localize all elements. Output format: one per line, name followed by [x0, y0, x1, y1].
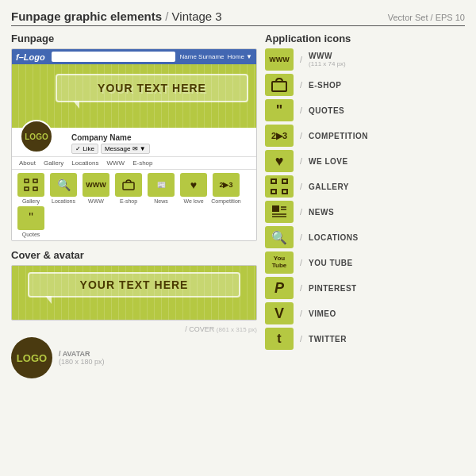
- cover-size: (861 x 315 px): [217, 326, 257, 333]
- fb-nav: Name Surname Home ▼: [179, 53, 252, 60]
- fb-cover-text: YOUR TEXT HERE: [63, 82, 240, 94]
- icon-row-eshop: / E-SHOP: [265, 74, 465, 96]
- icon-quotes-label: QUOTES: [309, 106, 344, 115]
- fb-tab-eshop[interactable]: E-shop: [129, 159, 155, 167]
- fb-apps: Gallery 🔍 Locations WWW WWW E-sh: [12, 170, 256, 240]
- fb-like-btn[interactable]: ✓ Like: [71, 144, 98, 154]
- avatar-size: (180 x 180 px): [59, 358, 105, 366]
- cover-mockup: YOUR TEXT HERE: [11, 265, 257, 321]
- funpage-section-title: Funpage: [11, 33, 257, 44]
- cover-label: / COVER (861 x 315 px): [11, 325, 257, 333]
- app-locations-icon: 🔍: [50, 173, 77, 197]
- svg-rect-6: [271, 179, 276, 183]
- icon-www-size: (111 x 74 px): [309, 60, 346, 67]
- fb-avatar-area: LOGO Company Name ✓ Like Message ✉ ▼: [12, 128, 256, 157]
- icon-eshop: [265, 74, 294, 96]
- app-icons-title: Application icons: [265, 33, 465, 44]
- app-competition-label: Competition: [211, 198, 241, 204]
- right-column: Application icons WWW / WWW (111 x 74 px…: [265, 33, 465, 378]
- icon-twitter: t: [265, 328, 294, 350]
- fb-speech-bubble: YOUR TEXT HERE: [56, 74, 248, 102]
- fb-name: Name Surname: [179, 53, 224, 60]
- icon-pinterest-label: PINTEREST: [309, 284, 357, 293]
- cover-text: YOUR TEXT HERE: [34, 278, 234, 291]
- fb-logo: f–Logo: [16, 52, 45, 62]
- icon-www-label-wrap: WWW (111 x 74 px): [309, 52, 346, 67]
- app-welove[interactable]: ♥ We love: [178, 173, 209, 204]
- fb-company-name: Company Name: [71, 133, 252, 142]
- icon-eshop-label: E-SHOP: [309, 81, 341, 90]
- icon-row-youtube: YouTube / YOU TUBE: [265, 251, 465, 274]
- app-news[interactable]: 📰 News: [146, 173, 176, 204]
- icon-welove-label: WE LOVE: [309, 157, 348, 166]
- app-welove-icon: ♥: [180, 173, 207, 197]
- app-eshop[interactable]: E-shop: [113, 173, 144, 204]
- app-gallery[interactable]: Gallery: [16, 173, 46, 204]
- icon-www-label: WWW: [309, 52, 346, 60]
- app-competition-icon: 2▶3: [213, 173, 240, 197]
- icon-twitter-label: TWITTER: [309, 335, 347, 344]
- icon-welove: ♥: [265, 150, 294, 172]
- icon-row-locations: 🔍 / LOCATIONS: [265, 226, 465, 248]
- svg-rect-8: [271, 190, 276, 194]
- icon-row-www: WWW / WWW (111 x 74 px): [265, 48, 465, 71]
- icon-row-welove: ♥ / WE LOVE: [265, 150, 465, 172]
- fb-actions: ✓ Like Message ✉ ▼: [71, 144, 252, 154]
- icon-locations: 🔍: [265, 226, 294, 248]
- icon-news-label: NEWS: [309, 208, 334, 217]
- icon-row-gallery: / GALLERY: [265, 175, 465, 198]
- fb-home[interactable]: Home ▼: [228, 53, 252, 60]
- app-icons-list: WWW / WWW (111 x 74 px) / E-SHOP: [265, 48, 465, 350]
- app-competition[interactable]: 2▶3 Competition: [211, 173, 241, 204]
- app-welove-label: We love: [178, 198, 209, 204]
- svg-rect-10: [272, 205, 279, 212]
- fb-tabs: About Gallery Locations WWW E-shop: [12, 157, 256, 170]
- icon-row-quotes: " / QUOTES: [265, 99, 465, 121]
- fb-cover: YOUR TEXT HERE: [12, 64, 256, 128]
- icon-row-news: / NEWS: [265, 201, 465, 223]
- title-slash: /: [165, 10, 168, 23]
- fb-topbar: f–Logo Name Surname Home ▼: [12, 49, 256, 64]
- facebook-mockup: f–Logo Name Surname Home ▼ YOUR TEXT HER…: [11, 48, 257, 241]
- fb-tab-www[interactable]: WWW: [104, 159, 129, 167]
- app-gallery-icon: [17, 173, 44, 197]
- app-locations[interactable]: 🔍 Locations: [48, 173, 79, 204]
- app-www[interactable]: WWW WWW: [81, 173, 111, 204]
- icon-locations-label: LOCATIONS: [309, 233, 359, 242]
- slash-competition: /: [300, 131, 302, 140]
- slash-news: /: [300, 207, 302, 217]
- fb-tab-locations[interactable]: Locations: [68, 159, 102, 167]
- fb-message-btn[interactable]: Message ✉ ▼: [101, 144, 150, 154]
- app-www-icon: WWW: [83, 173, 109, 197]
- svg-rect-0: [25, 179, 29, 182]
- slash-welove: /: [300, 156, 302, 166]
- svg-rect-3: [33, 187, 37, 190]
- cover-label-slash: / COVER: [185, 325, 214, 333]
- app-locations-label: Locations: [48, 198, 79, 204]
- icon-row-twitter: t / TWITTER: [265, 328, 465, 350]
- left-column: Funpage f–Logo Name Surname Home ▼ YO: [11, 33, 257, 378]
- slash-www: /: [300, 55, 302, 64]
- app-gallery-label: Gallery: [16, 198, 46, 204]
- app-quotes-label: Quotes: [16, 232, 46, 237]
- header-vector-label: Vector Set / EPS 10: [388, 13, 465, 22]
- app-quotes-icon: ": [17, 206, 44, 230]
- icon-vimeo: V: [265, 302, 294, 324]
- cover-speech-bubble: YOUR TEXT HERE: [28, 272, 240, 298]
- icon-news: [265, 201, 294, 223]
- cover-section: Cover & avatar YOUR TEXT HERE / COVER (8…: [11, 249, 257, 378]
- slash-youtube: /: [300, 258, 302, 267]
- slash-gallery: /: [300, 182, 302, 191]
- app-quotes[interactable]: " Quotes: [16, 206, 46, 237]
- slash-twitter: /: [300, 334, 302, 344]
- icon-row-vimeo: V / VIMEO: [265, 302, 465, 324]
- svg-rect-5: [272, 82, 286, 91]
- fb-tab-gallery[interactable]: Gallery: [40, 159, 67, 167]
- app-eshop-icon: [115, 173, 142, 197]
- main-layout: Funpage f–Logo Name Surname Home ▼ YO: [11, 33, 465, 378]
- slash-quotes: /: [300, 106, 302, 115]
- fb-tab-about[interactable]: About: [16, 159, 39, 167]
- avatar-circle: LOGO: [11, 337, 52, 378]
- svg-rect-1: [33, 179, 37, 182]
- title-main: Funpage graphic elements: [11, 10, 162, 23]
